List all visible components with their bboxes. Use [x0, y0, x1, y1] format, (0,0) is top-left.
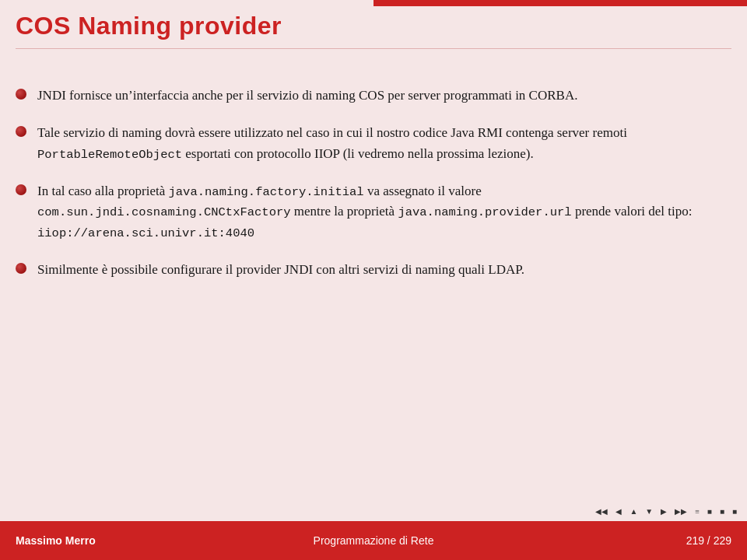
footer-author: Massimo Merro: [0, 534, 254, 547]
navigation-controls[interactable]: ◀◀ ◀ ▲ ▼ ▶ ▶▶ ≡ ■ ■ ■: [593, 506, 739, 517]
content-area: JNDI fornisce un’interfaccia anche per i…: [16, 86, 731, 513]
slide-title: COS Naming provider: [16, 12, 731, 40]
footer-course: Programmazione di Rete: [254, 534, 493, 547]
title-section: COS Naming provider: [16, 12, 731, 49]
nav-first-icon[interactable]: ◀◀: [593, 506, 610, 517]
nav-dot1-icon[interactable]: ■: [705, 506, 714, 517]
bullet-dot: [16, 263, 26, 274]
list-item: Similmente è possibile configurare il pr…: [16, 260, 731, 280]
bullet-text-4: Similmente è possibile configurare il pr…: [37, 260, 731, 280]
nav-prev-icon[interactable]: ◀: [613, 506, 624, 517]
nav-menu-icon[interactable]: ≡: [693, 506, 702, 517]
nav-next-icon[interactable]: ▶: [658, 506, 669, 517]
bullet-text-2: Tale servizio di naming dovrà essere uti…: [37, 123, 731, 164]
top-red-bar: [374, 0, 747, 6]
nav-last-icon[interactable]: ▶▶: [672, 506, 689, 517]
bullet-text-1: JNDI fornisce un’interfaccia anche per i…: [37, 86, 731, 106]
bullet-dot: [16, 89, 26, 100]
list-item: In tal caso alla proprietà java.naming.f…: [16, 181, 731, 243]
bullet-text-3: In tal caso alla proprietà java.naming.f…: [37, 181, 731, 243]
nav-dot2-icon[interactable]: ■: [717, 506, 727, 517]
footer-page: 219 / 229: [493, 534, 747, 547]
nav-dot3-icon[interactable]: ■: [730, 506, 739, 517]
list-item: Tale servizio di naming dovrà essere uti…: [16, 123, 731, 164]
bullet-dot: [16, 184, 26, 195]
nav-down-icon[interactable]: ▼: [643, 506, 655, 517]
nav-up-icon[interactable]: ▲: [627, 506, 640, 517]
bullet-dot: [16, 126, 26, 137]
footer: Massimo Merro Programmazione di Rete 219…: [0, 521, 747, 560]
list-item: JNDI fornisce un’interfaccia anche per i…: [16, 86, 731, 106]
